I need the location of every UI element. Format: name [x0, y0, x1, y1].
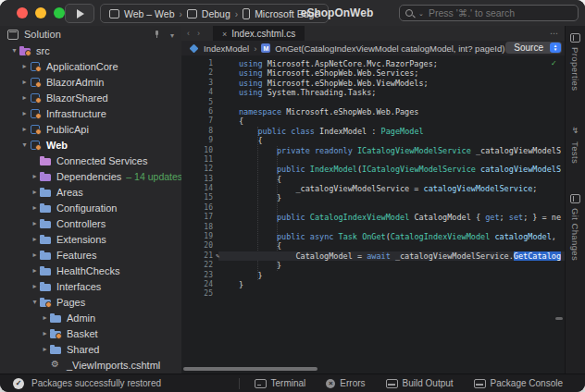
code-line-4[interactable]: 4using System.Threading.Tasks;: [181, 88, 565, 97]
chevron-down-icon[interactable]: [170, 29, 174, 40]
tool-tab-git-changes[interactable]: Git Changes: [570, 194, 580, 261]
code-line-1[interactable]: 1using Microsoft.AspNetCore.Mvc.RazorPag…: [181, 59, 565, 68]
code-line-15[interactable]: 15 }: [181, 193, 565, 202]
editor-tab-index-cshtml-cs[interactable]: Index.cshtml.cs: [213, 26, 305, 41]
code-line-18[interactable]: 18: [181, 223, 565, 232]
code-line-9[interactable]: 9 {: [181, 136, 565, 145]
navigate-back-icon[interactable]: [187, 29, 190, 38]
code-line-12[interactable]: 12 public IndexModel(ICatalogViewModelSe…: [181, 165, 565, 174]
breadcrumb-class[interactable]: IndexModel: [204, 43, 249, 54]
tool-button-errors[interactable]: Errors: [326, 378, 365, 388]
tree-item-basket[interactable]: ▸Basket: [0, 325, 181, 341]
chevron-right-icon[interactable]: ▸: [30, 266, 40, 275]
tree-item-infrastructure[interactable]: ▸Infrastructure: [0, 105, 181, 121]
code-text: namespace Microsoft.eShopWeb.Web.Pages: [239, 107, 418, 116]
close-tab-icon[interactable]: [222, 29, 227, 39]
tree-item-blazoradmin[interactable]: ▸BlazorAdmin: [0, 74, 181, 90]
tree-item-controllers[interactable]: ▸Controllers: [0, 215, 181, 231]
code-line-16[interactable]: 16: [181, 203, 565, 213]
tree-item-blazorshared[interactable]: ▸BlazorShared: [0, 90, 181, 105]
folder-icon: [50, 312, 62, 324]
tree-item-configuration[interactable]: ▸Configuration: [0, 200, 181, 215]
pin-icon[interactable]: [154, 31, 161, 39]
chevron-right-icon[interactable]: ▸: [30, 203, 40, 212]
chevron-right-icon[interactable]: ▸: [19, 93, 30, 102]
chevron-right-icon[interactable]: ▸: [19, 78, 30, 86]
line-number: 4: [181, 88, 213, 97]
chevron-down-icon[interactable]: ▾: [19, 141, 30, 149]
code-line-6[interactable]: 6namespace Microsoft.eShopWeb.Web.Pages: [181, 107, 565, 116]
navigate-forward-icon[interactable]: [197, 29, 200, 38]
solution-panel-header: Solution: [0, 26, 181, 43]
run-config-project[interactable]: Web – Web: [124, 8, 174, 19]
chevron-right-icon[interactable]: ▸: [30, 235, 40, 243]
chevron-right-icon[interactable]: ▸: [30, 282, 40, 290]
zoom-button[interactable]: [54, 7, 65, 18]
chevron-down-icon[interactable]: ▾: [9, 46, 19, 55]
tree-item-dependencies[interactable]: ▸Dependencies– 14 updates: [0, 168, 181, 184]
run-button[interactable]: [65, 4, 94, 23]
tree-item-shared[interactable]: ▸Shared: [0, 341, 181, 357]
code-line-20[interactable]: 20 {: [181, 241, 565, 251]
tree-item-admin[interactable]: ▸Admin: [0, 310, 181, 325]
chevron-right-icon[interactable]: ▸: [30, 219, 40, 227]
run-config-mode[interactable]: Debug: [202, 8, 230, 19]
view-mode-selector[interactable]: Source ▲▼: [505, 42, 562, 54]
code-line-10[interactable]: 10 private readonly ICatalogViewModelSer…: [181, 146, 565, 155]
code-line-21[interactable]: 21✎ CatalogModel = await _catalogViewMod…: [181, 251, 565, 261]
code-line-22[interactable]: 22 }: [181, 261, 565, 270]
code-line-13[interactable]: 13 {: [181, 175, 565, 184]
code-line-25[interactable]: 25: [181, 289, 565, 299]
code-line-19[interactable]: 19 public async Task OnGet(CatalogIndexV…: [181, 232, 565, 241]
code-line-5[interactable]: 5: [181, 98, 565, 107]
code-line-11[interactable]: 11: [181, 155, 565, 165]
code-line-14[interactable]: 14 _catalogViewModelService = catalogVie…: [181, 184, 565, 193]
chevron-down-icon[interactable]: ▾: [30, 298, 40, 306]
tree-item-applicationcore[interactable]: ▸ApplicationCore: [0, 58, 181, 74]
code-line-8[interactable]: 8 public class IndexModel : PageModel: [181, 127, 565, 136]
chevron-right-icon[interactable]: ▸: [30, 251, 40, 259]
tree-item-web[interactable]: ▾Web: [0, 137, 181, 153]
code-area[interactable]: 1using Microsoft.AspNetCore.Mvc.RazorPag…: [181, 55, 565, 374]
tool-button-build-output[interactable]: Build Output: [386, 378, 454, 388]
chevron-right-icon[interactable]: ▸: [40, 345, 50, 353]
search-input[interactable]: [427, 6, 572, 19]
vertical-scrollbar[interactable]: [555, 317, 563, 320]
chevron-right-icon[interactable]: ▸: [19, 109, 30, 117]
tree-item-publicapi[interactable]: ▸PublicApi: [0, 121, 181, 137]
line-number: 18: [181, 223, 213, 232]
tree-item-features[interactable]: ▸Features: [0, 247, 181, 263]
tree-item-healthchecks[interactable]: ▸HealthChecks: [0, 263, 181, 278]
tree-item-interfaces[interactable]: ▸Interfaces: [0, 278, 181, 294]
search-chevron-icon: [418, 5, 424, 21]
more-tabs-icon[interactable]: [550, 29, 565, 38]
chevron-right-icon[interactable]: ▸: [19, 62, 30, 70]
tree-item-pages[interactable]: ▾Pages: [0, 294, 181, 310]
minimize-button[interactable]: [35, 7, 46, 18]
code-line-23[interactable]: 23 }: [181, 271, 565, 280]
code-line-7[interactable]: 7{: [181, 116, 565, 126]
chevron-right-icon[interactable]: ▸: [30, 172, 40, 180]
chevron-right-icon[interactable]: ▸: [30, 188, 40, 196]
tool-button-package-console[interactable]: Package Console: [474, 378, 563, 388]
code-line-3[interactable]: 3using Microsoft.eShopWeb.Web.ViewModels…: [181, 79, 565, 88]
code-line-24[interactable]: 24}: [181, 280, 565, 289]
tool-tab-tests[interactable]: Tests: [570, 120, 580, 164]
close-button[interactable]: [17, 7, 28, 18]
tree-item-viewimports-cshtml[interactable]: _ViewImports.cshtml: [0, 357, 181, 373]
tree-item-areas[interactable]: ▸Areas: [0, 184, 181, 200]
tree-item-src[interactable]: ▾src: [0, 43, 181, 58]
code-line-2[interactable]: 2using Microsoft.eShopWeb.Web.Services;: [181, 68, 565, 78]
tree-item-label: HealthChecks: [56, 265, 119, 276]
chevron-right-icon[interactable]: ▸: [40, 329, 50, 337]
code-line-17[interactable]: 17 public CatalogIndexViewModel CatalogM…: [181, 213, 565, 222]
chevron-right-icon[interactable]: ▸: [19, 125, 30, 133]
breadcrumb-member[interactable]: OnGet(CatalogIndexViewModel catalogModel…: [275, 43, 504, 54]
tree-item-extensions[interactable]: ▸Extensions: [0, 231, 181, 247]
search-box[interactable]: [399, 5, 579, 21]
tool-tab-properties[interactable]: Properties: [570, 33, 580, 91]
chevron-right-icon[interactable]: ▸: [40, 313, 50, 322]
tree-item-connected-services[interactable]: Connected Services: [0, 153, 181, 168]
tool-button-terminal[interactable]: Terminal: [255, 378, 306, 388]
horizontal-scrollbar[interactable]: [183, 367, 317, 371]
